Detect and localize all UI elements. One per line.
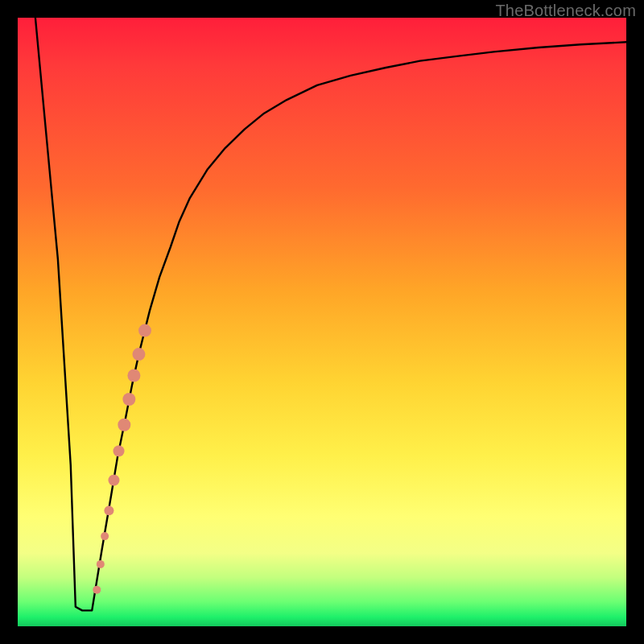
highlight-dot — [132, 348, 145, 361]
highlight-dot — [122, 393, 135, 406]
highlight-dot — [104, 506, 114, 515]
chart-stage: TheBottleneck.com — [0, 0, 644, 644]
highlight-dot — [138, 324, 151, 337]
highlight-dot — [97, 560, 105, 568]
highlight-dot — [114, 445, 125, 456]
highlight-dot — [108, 475, 119, 486]
highlight-dot — [127, 369, 140, 382]
bottleneck-curve — [35, 18, 626, 610]
chart-overlay — [0, 0, 644, 644]
highlight-dot — [93, 586, 101, 594]
highlight-dot — [118, 419, 130, 431]
highlight-dot — [101, 532, 109, 540]
watermark-text: TheBottleneck.com — [495, 2, 636, 20]
